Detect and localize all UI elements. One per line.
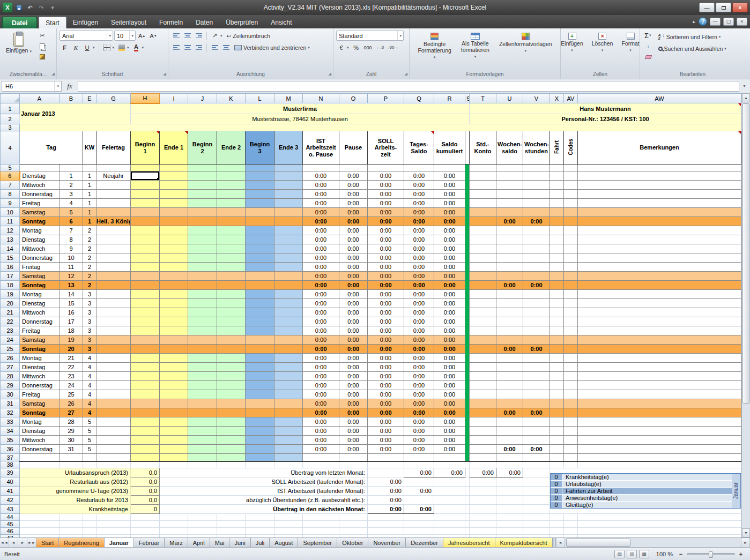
cell[interactable] [578,181,741,190]
cell[interactable]: 0:00 [368,354,404,363]
holiday-name[interactable] [96,345,131,354]
summary-value[interactable]: 0:00 [368,496,404,505]
row-header-45[interactable]: 45 [1,521,20,528]
cell[interactable] [564,381,578,390]
cell[interactable] [550,199,564,208]
cell[interactable]: 0:00 [404,244,434,253]
cell[interactable] [523,190,550,199]
cell[interactable] [217,326,246,335]
holiday-name[interactable] [96,445,131,454]
day-number[interactable]: 22 [60,363,83,372]
cell[interactable]: 0:00 [434,208,465,217]
cell[interactable]: 0:00 [523,217,550,226]
cell[interactable] [470,381,496,390]
cell[interactable]: 0:00 [434,272,465,281]
cell[interactable]: 0:00 [303,290,339,299]
cell[interactable] [217,253,246,263]
cell[interactable] [188,171,217,181]
cell[interactable]: 0:00 [339,381,368,390]
cell[interactable] [470,217,496,226]
cell[interactable]: 0:00 [339,299,368,308]
cell[interactable]: 0:00 [434,408,465,417]
cell[interactable] [246,461,274,468]
cell[interactable] [578,199,741,208]
column-header-P[interactable]: P [368,94,404,103]
cell[interactable] [564,521,578,528]
cell[interactable] [496,454,523,461]
cell[interactable]: 0:00 [434,226,465,235]
day-name[interactable]: Samstag [20,399,60,408]
summary-label[interactable]: Resturlaub für 2013 [20,496,131,505]
cell[interactable] [496,436,523,445]
cell[interactable]: 0:00 [339,390,368,399]
cell[interactable]: 0:00 [404,290,434,299]
day-number[interactable]: 26 [60,399,83,408]
cell[interactable] [368,454,404,461]
cell[interactable] [217,235,246,244]
day-name[interactable]: Mittwoch [20,244,60,253]
cell[interactable] [274,436,303,445]
cell[interactable]: 0:00 [339,244,368,253]
row-header-12[interactable]: 12 [1,226,20,235]
stat-value[interactable]: 0 [551,481,562,487]
day-name[interactable]: Dienstag [20,299,60,308]
cell[interactable] [564,217,578,226]
day-number[interactable]: 28 [60,417,83,427]
cell[interactable] [188,299,217,308]
cell[interactable] [465,335,470,345]
cell[interactable] [496,190,523,199]
cell[interactable] [523,263,550,272]
cell[interactable] [465,181,470,190]
cell[interactable] [470,363,496,372]
cell[interactable] [246,217,274,226]
cell[interactable] [339,461,368,468]
cell[interactable] [160,244,188,253]
cell[interactable] [274,281,303,290]
sheet-tab-februar[interactable]: Februar [134,538,165,547]
cell[interactable]: 0:00 [404,427,434,436]
cell[interactable] [160,317,188,326]
cell[interactable] [470,199,496,208]
cell[interactable] [83,528,96,535]
cell[interactable] [523,390,550,399]
cell[interactable] [274,372,303,381]
cell[interactable] [160,199,188,208]
column-title[interactable]: Fahrt [550,131,564,165]
cell[interactable] [217,399,246,408]
cell[interactable] [465,235,470,244]
scroll-up-button[interactable]: ▲ [742,93,750,102]
day-number[interactable]: 14 [60,290,83,299]
cell[interactable]: 0:00 [434,281,465,290]
cell[interactable] [96,528,131,535]
cell[interactable] [60,514,83,521]
cell[interactable] [303,528,339,535]
zoom-slider-thumb[interactable] [709,551,713,558]
cell[interactable] [160,226,188,235]
close-button[interactable]: × [732,3,748,12]
cell[interactable]: 0:00 [404,408,434,417]
cell[interactable] [246,326,274,335]
summary-value[interactable]: 0:00 [368,487,404,496]
cell[interactable]: 0:00 [404,372,434,381]
cell[interactable] [188,235,217,244]
cell[interactable] [465,521,470,528]
cell[interactable] [523,363,550,372]
cell[interactable]: 0:00 [434,190,465,199]
cell[interactable] [246,171,274,181]
cell[interactable]: 0:00 [368,217,404,226]
summary-value[interactable] [404,496,434,505]
cell[interactable] [470,272,496,281]
cell[interactable] [470,253,496,263]
day-number[interactable]: 3 [60,190,83,199]
cell[interactable] [131,326,160,335]
cell[interactable] [246,381,274,390]
cell[interactable] [274,528,303,535]
cell[interactable] [564,436,578,445]
cell[interactable]: 0:00 [339,417,368,427]
cell[interactable] [131,354,160,363]
row-header-32[interactable]: 32 [1,408,20,417]
cell[interactable] [246,427,274,436]
cell[interactable]: 0:00 [339,372,368,381]
day-name[interactable]: Sonntag [20,345,60,354]
cell[interactable] [578,417,741,427]
